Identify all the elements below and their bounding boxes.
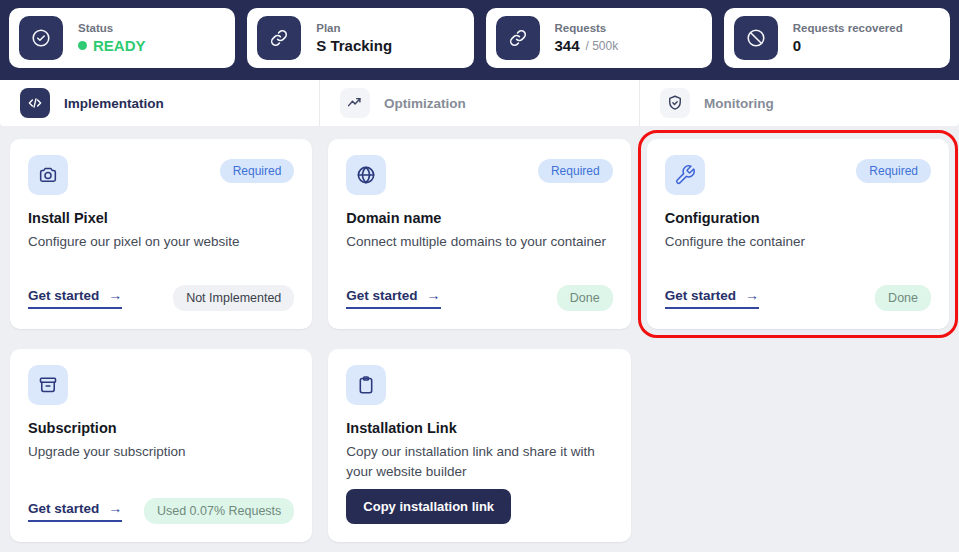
card-install-pixel: Required Install Pixel Configure our pix…	[10, 139, 312, 329]
link-icon	[257, 16, 301, 60]
card-description: Upgrade your subscription	[28, 442, 294, 462]
get-started-label: Get started	[346, 288, 417, 303]
tab-optimization[interactable]: Optimization	[319, 80, 639, 126]
tab-label: Monitoring	[704, 96, 774, 111]
arrow-right-icon: →	[745, 287, 759, 303]
get-started-label: Get started	[28, 288, 99, 303]
stats-bar: Status READY Plan S Tracking Requ	[0, 0, 959, 80]
link-icon	[496, 16, 540, 60]
wrench-icon	[665, 155, 705, 195]
card-title: Installation Link	[346, 420, 612, 436]
status-badge: Not Implemented	[173, 285, 294, 311]
trending-up-icon	[340, 88, 370, 118]
get-started-label: Get started	[28, 501, 99, 516]
stat-value-recovered: 0	[793, 37, 903, 54]
card-subscription: Subscription Upgrade your subscription G…	[10, 349, 312, 542]
usage-badge: Used 0.07% Requests	[144, 498, 294, 524]
stat-card-status: Status READY	[9, 8, 235, 68]
requests-count: 344	[555, 37, 580, 54]
card-description: Connect multiple domains to your contain…	[346, 232, 612, 252]
archive-box-icon	[28, 365, 68, 405]
stat-label: Requests	[555, 22, 619, 34]
stat-label: Status	[78, 22, 146, 34]
required-badge: Required	[538, 159, 613, 183]
card-description: Copy our installation link and share it …	[346, 442, 612, 481]
get-started-link[interactable]: Get started →	[665, 287, 759, 309]
task-card-grid: Required Install Pixel Configure our pix…	[0, 126, 959, 552]
card-title: Install Pixel	[28, 210, 294, 226]
get-started-link[interactable]: Get started →	[28, 500, 122, 522]
stat-card-plan: Plan S Tracking	[247, 8, 473, 68]
section-tabs: Implementation Optimization Monitoring	[0, 80, 959, 126]
tab-label: Optimization	[384, 96, 466, 111]
card-title: Subscription	[28, 420, 294, 436]
globe-icon	[346, 155, 386, 195]
ban-icon	[734, 16, 778, 60]
copy-installation-link-button[interactable]: Copy installation link	[346, 489, 511, 524]
arrow-right-icon: →	[108, 287, 122, 303]
card-title: Configuration	[665, 210, 931, 226]
status-dot	[78, 41, 87, 50]
required-badge: Required	[220, 159, 295, 183]
stat-card-requests-recovered: Requests recovered 0	[724, 8, 950, 68]
arrow-right-icon: →	[427, 287, 441, 303]
requests-limit: / 500k	[586, 39, 619, 53]
get-started-link[interactable]: Get started →	[28, 287, 122, 309]
shield-check-icon	[660, 88, 690, 118]
arrow-right-icon: →	[108, 500, 122, 516]
tab-label: Implementation	[64, 96, 164, 111]
card-domain-name: Required Domain name Connect multiple do…	[328, 139, 630, 329]
required-badge: Required	[856, 159, 931, 183]
card-configuration: Required Configuration Configure the con…	[647, 139, 949, 329]
tab-implementation[interactable]: Implementation	[0, 80, 319, 126]
clipboard-icon	[346, 365, 386, 405]
stat-card-requests: Requests 344 / 500k	[486, 8, 712, 68]
stat-label: Requests recovered	[793, 22, 903, 34]
stat-label: Plan	[316, 22, 392, 34]
card-description: Configure our pixel on your website	[28, 232, 294, 252]
card-description: Configure the container	[665, 232, 931, 252]
status-badge: Done	[875, 285, 931, 311]
code-icon	[20, 88, 50, 118]
stat-value-status: READY	[78, 37, 146, 54]
status-value-text: READY	[93, 37, 146, 54]
get-started-link[interactable]: Get started →	[346, 287, 440, 309]
card-installation-link: Installation Link Copy our installation …	[328, 349, 630, 542]
get-started-label: Get started	[665, 288, 736, 303]
check-circle-icon	[19, 16, 63, 60]
card-title: Domain name	[346, 210, 612, 226]
stat-value-requests: 344 / 500k	[555, 37, 619, 54]
status-badge: Done	[557, 285, 613, 311]
camera-icon	[28, 155, 68, 195]
stat-value-plan: S Tracking	[316, 37, 392, 54]
tab-monitoring[interactable]: Monitoring	[639, 80, 959, 126]
